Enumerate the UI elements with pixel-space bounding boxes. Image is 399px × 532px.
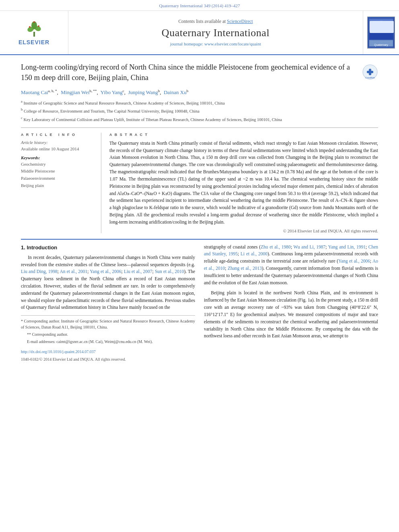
author-2[interactable]: Mingjian Wei <box>61 89 89 95</box>
sciencedirect-link[interactable]: ScienceDirect <box>227 19 253 24</box>
elsevier-text: ELSEVIER <box>19 39 49 45</box>
keywords-list: Geochemistry Middle Pleistocene Palaeoen… <box>21 161 95 189</box>
journal-thumbnail-area: Quaternary <box>363 11 399 54</box>
info-abstract-section: A R T I C L E I N F O Article history: A… <box>21 133 378 233</box>
journal-header-center: Contents lists available at ScienceDirec… <box>68 11 363 54</box>
ref-liu-ding[interactable]: Liu and Ding, 1998 <box>21 269 58 274</box>
ref-yang-2006b[interactable]: Yang et al., 2006 <box>338 259 370 263</box>
authors-line: Maotang Caia, b, *, Mingjian Weib, **, Y… <box>21 89 378 96</box>
footnote-email: E-mail addresses: caimt@igsnrr.ac.cn (M.… <box>21 339 195 345</box>
affiliation-b: b College of Resource, Environment and T… <box>21 107 378 114</box>
paper-content: Long-term cooling/drying record of North… <box>0 55 399 370</box>
journal-citation: Quaternary International 349 (2014) 419–… <box>159 3 240 8</box>
ref-wu-li[interactable]: Wu and Li, 1987 <box>294 244 326 249</box>
svg-rect-8 <box>369 19 393 31</box>
keyword-4: Beijing plain <box>21 182 95 189</box>
abstract-label: A B S T R A C T <box>109 133 378 137</box>
ref-liu-2007[interactable]: Liu et al., 2007 <box>124 269 152 274</box>
footnote-area: * Corresponding author. Institute of Geo… <box>21 315 195 345</box>
affiliation-c: c Key Laboratory of Continental Collisio… <box>21 115 378 123</box>
article-info-label: A R T I C L E I N F O <box>21 133 95 137</box>
svg-rect-9 <box>369 31 393 39</box>
elsevier-logo: ELSEVIER <box>19 20 49 45</box>
author-4[interactable]: Junping Wang <box>128 89 158 95</box>
author-1[interactable]: Maotang Cai <box>21 89 48 95</box>
elsevier-logo-area: ELSEVIER <box>0 11 68 54</box>
copyright: © 2014 Elsevier Ltd and INQUA. All right… <box>109 228 378 233</box>
affiliations: a Institute of Geographic Science and Na… <box>21 99 378 123</box>
svg-point-4 <box>29 26 31 28</box>
affiliation-a: a Institute of Geographic Science and Na… <box>21 99 378 106</box>
svg-point-5 <box>38 25 39 27</box>
section1-heading: 1. Introduction <box>21 244 195 252</box>
issn-line: 1040-6182/© 2014 Elsevier Ltd and INQUA.… <box>21 356 195 363</box>
elsevier-tree-icon <box>27 20 42 37</box>
article-history-label: Article history: <box>21 140 95 145</box>
journal-title: Quaternary International <box>162 27 269 39</box>
body-para-right-2: Beijing plain is located in the northwes… <box>204 290 378 340</box>
article-title-area: Long-term cooling/drying record of North… <box>21 62 378 83</box>
svg-text:Quaternary: Quaternary <box>374 43 388 47</box>
contents-available-line: Contents lists available at ScienceDirec… <box>178 19 253 24</box>
ref-zhang-2013[interactable]: Zhang et al., 2013 <box>228 266 262 271</box>
keyword-3: Palaeoenvironment <box>21 175 95 182</box>
footnote-2: ** Corresponding author. <box>21 331 195 337</box>
ref-li-2000[interactable]: Li et al., 2000 <box>241 251 267 256</box>
article-info-col: A R T I C L E I N F O Article history: A… <box>21 133 101 233</box>
keyword-1: Geochemistry <box>21 161 95 168</box>
journal-homepage: journal homepage: www.elsevier.com/locat… <box>170 41 261 46</box>
available-online: Available online 10 August 2014 <box>21 146 95 151</box>
ref-sun-2010[interactable]: Sun et al., 2010 <box>155 269 184 274</box>
svg-point-6 <box>33 21 35 23</box>
article-title: Long-term cooling/drying record of North… <box>21 62 358 83</box>
author-3[interactable]: Yibo Yang <box>101 89 123 95</box>
keywords-label: Keywords: <box>21 155 95 160</box>
abstract-text: The Quaternary strata in North China pri… <box>109 140 378 226</box>
body-para-right-1: stratigraphy of coastal zones (Zhu et al… <box>204 244 378 287</box>
page: Quaternary International 349 (2014) 419–… <box>0 0 399 532</box>
doi-link[interactable]: http://dx.doi.org/10.1016/j.quaint.2014.… <box>21 349 195 355</box>
body-divider <box>21 239 378 240</box>
keyword-2: Middle Pleistocene <box>21 168 95 175</box>
svg-rect-0 <box>33 32 35 37</box>
body-col-right: stratigraphy of coastal zones (Zhu et al… <box>204 244 378 363</box>
journal-cover-thumbnail: Quaternary <box>367 16 395 49</box>
body-section: 1. Introduction In recent decades, Quate… <box>21 244 378 363</box>
svg-point-11 <box>373 21 389 29</box>
divider-1 <box>21 127 378 128</box>
svg-rect-15 <box>369 69 371 75</box>
ref-zhu-1980[interactable]: Zhu et al., 1980 <box>261 244 291 249</box>
journal-homepage-url[interactable]: www.elsevier.com/locate/quaint <box>204 41 261 46</box>
ref-yang-lin[interactable]: Yang and Lin, 1991 <box>328 244 366 249</box>
footnote-1: * Corresponding author. Institute of Geo… <box>21 318 195 330</box>
ref-an-2001[interactable]: An et al., 2001 <box>60 269 87 274</box>
ref-yang-2006[interactable]: Yang et al., 2006 <box>90 269 121 274</box>
abstract-col: A B S T R A C T The Quaternary strata in… <box>109 133 378 233</box>
body-para-left-1: In recent decades, Quaternary palaeoenvi… <box>21 254 195 312</box>
body-col-left: 1. Introduction In recent decades, Quate… <box>21 244 195 363</box>
svg-text:CrossMark: CrossMark <box>365 76 375 79</box>
author-5[interactable]: Dainan Xu <box>164 89 187 95</box>
crossmark-icon[interactable]: CrossMark <box>362 64 378 80</box>
journal-top-bar: Quaternary International 349 (2014) 419–… <box>0 0 399 11</box>
abstract-body: The Quaternary strata in North China pri… <box>109 141 378 224</box>
journal-header: ELSEVIER Contents lists available at Sci… <box>0 11 399 55</box>
